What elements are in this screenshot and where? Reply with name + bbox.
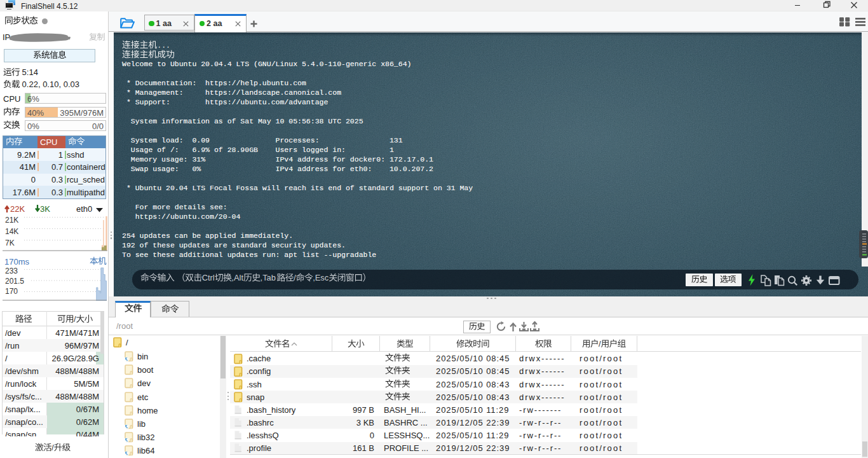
svg-text:,Tab: ,Tab bbox=[261, 273, 276, 282]
svg-text:,Alt: ,Alt bbox=[231, 273, 243, 282]
svg-text:Ctrl: Ctrl bbox=[202, 273, 215, 282]
svg-text:,Esc: ,Esc bbox=[313, 273, 329, 282]
svg-text:/: / bbox=[599, 339, 601, 349]
svg-text:5:14: 5:14 bbox=[20, 67, 38, 77]
svg-text:/: / bbox=[74, 314, 76, 324]
svg-text:...: ... bbox=[157, 41, 170, 50]
svg-text:/: / bbox=[294, 273, 296, 282]
svg-text:/: / bbox=[51, 443, 54, 452]
svg-text:0.22, 0.10, 0.03: 0.22, 0.10, 0.03 bbox=[20, 80, 79, 89]
